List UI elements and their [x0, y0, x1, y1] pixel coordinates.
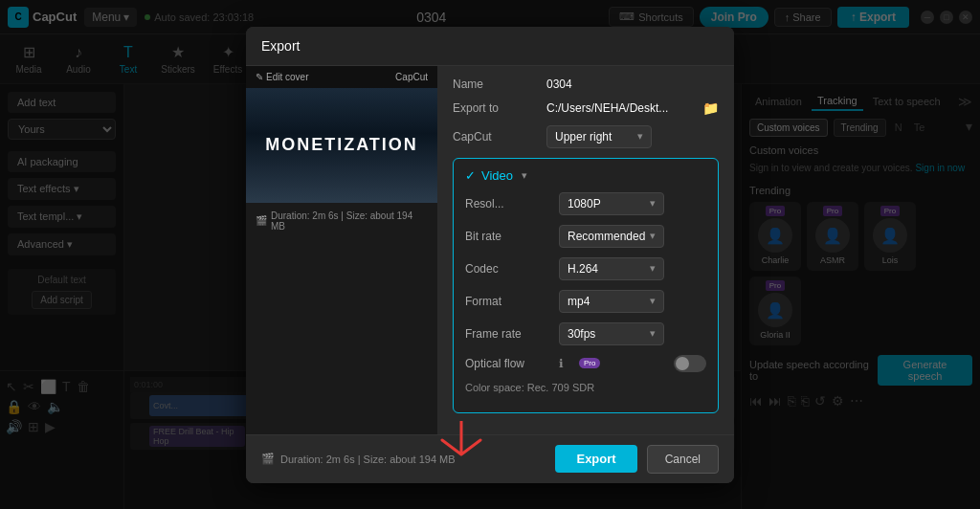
- name-label: Name: [453, 77, 539, 91]
- format-chevron-icon: ▾: [650, 295, 656, 307]
- optical-flow-info-icon[interactable]: ℹ: [559, 357, 564, 370]
- framerate-select[interactable]: 30fps ▾: [559, 322, 664, 345]
- codec-label: Codec: [465, 262, 551, 276]
- bitrate-value: Recommended: [568, 230, 645, 243]
- optical-flow-pro-badge: Pro: [579, 358, 600, 368]
- video-check-icon: ✓: [465, 168, 476, 183]
- edit-cover-label: Edit cover: [266, 72, 308, 82]
- cancel-modal-button[interactable]: Cancel: [647, 445, 719, 474]
- preview-edit-bar: ✎ Edit cover CapCut: [246, 66, 437, 88]
- framerate-chevron-icon: ▾: [650, 327, 656, 340]
- footer-duration-text: Duration: 2m 6s | Size: about 194 MB: [280, 454, 456, 465]
- resolution-row: Resol... 1080P ▾: [465, 192, 706, 215]
- codec-select[interactable]: H.264 ▾: [559, 257, 664, 280]
- modal-overlay: Export ✎ Edit cover CapCut MONETIZATION …: [0, 0, 980, 509]
- resolution-label: Resol...: [465, 197, 551, 210]
- codec-value: H.264: [568, 262, 598, 276]
- folder-icon[interactable]: 📁: [702, 100, 719, 116]
- capcut-watermark-label: CapCut: [395, 72, 428, 82]
- preview-duration-info: 🎬 Duration: 2m 6s | Size: about 194 MB: [246, 203, 437, 239]
- modal-body: ✎ Edit cover CapCut MONETIZATION 🎬 Durat…: [246, 66, 734, 434]
- codec-row: Codec H.264 ▾: [465, 257, 706, 280]
- video-settings-section: ✓ Video ▾ Resol... 1080P ▾ Bit r: [453, 158, 719, 413]
- resolution-select[interactable]: 1080P ▾: [559, 192, 664, 215]
- format-label: Format: [465, 295, 551, 308]
- film-icon: 🎬: [256, 215, 267, 226]
- optical-flow-label: Optical flow: [465, 357, 551, 370]
- format-value: mp4: [568, 295, 590, 308]
- export-to-value: C:/Users/NEHA/Deskt...: [546, 101, 695, 115]
- position-select[interactable]: Upper right ▾: [546, 125, 652, 148]
- modal-header: Export: [246, 27, 734, 66]
- export-to-label: Export to: [453, 101, 539, 115]
- modal-preview: ✎ Edit cover CapCut MONETIZATION 🎬 Durat…: [246, 66, 437, 434]
- export-modal-button[interactable]: Export: [555, 445, 636, 473]
- resolution-chevron-icon: ▾: [650, 197, 656, 210]
- preview-image: MONETIZATION: [246, 88, 437, 203]
- footer-info: 🎬 Duration: 2m 6s | Size: about 194 MB: [261, 453, 546, 465]
- export-modal: Export ✎ Edit cover CapCut MONETIZATION …: [246, 27, 734, 483]
- video-section-title: ✓ Video ▾: [465, 168, 706, 183]
- framerate-value: 30fps: [568, 327, 595, 341]
- preview-title-text: MONETIZATION: [265, 135, 418, 155]
- name-row: Name: [453, 77, 719, 91]
- format-row: Format mp4 ▾: [465, 290, 706, 313]
- position-chevron-icon: ▾: [637, 130, 643, 143]
- video-chevron-icon: ▾: [522, 169, 527, 182]
- modal-settings: Name Export to C:/Users/NEHA/Deskt... 📁 …: [437, 66, 734, 434]
- bitrate-chevron-icon: ▾: [650, 230, 656, 242]
- color-space-row: Color space: Rec. 709 SDR: [465, 382, 706, 393]
- optical-flow-row: Optical flow ℹ Pro: [465, 355, 706, 372]
- color-space-text: Color space: Rec. 709 SDR: [465, 382, 594, 393]
- bitrate-row: Bit rate Recommended ▾: [465, 225, 706, 248]
- video-label: Video: [481, 168, 513, 183]
- toggle-knob: [676, 357, 689, 370]
- capcut-row: CapCut Upper right ▾: [453, 125, 719, 148]
- capcut-label: CapCut: [453, 130, 539, 144]
- format-select[interactable]: mp4 ▾: [559, 290, 664, 313]
- resolution-value: 1080P: [568, 197, 601, 210]
- export-to-row: Export to C:/Users/NEHA/Deskt... 📁: [453, 100, 719, 116]
- edit-cover-link[interactable]: ✎ Edit cover: [256, 72, 308, 82]
- name-input[interactable]: [546, 77, 719, 91]
- duration-text: Duration: 2m 6s | Size: about 194 MB: [271, 210, 428, 232]
- edit-icon: ✎: [256, 72, 263, 82]
- optical-flow-toggle[interactable]: [674, 355, 706, 372]
- film-icon2: 🎬: [261, 453, 275, 465]
- framerate-label: Frame rate: [465, 327, 551, 341]
- modal-title: Export: [261, 38, 300, 54]
- framerate-row: Frame rate 30fps ▾: [465, 322, 706, 345]
- bitrate-select[interactable]: Recommended ▾: [559, 225, 664, 248]
- bitrate-label: Bit rate: [465, 230, 551, 243]
- codec-chevron-icon: ▾: [650, 262, 656, 275]
- modal-footer: 🎬 Duration: 2m 6s | Size: about 194 MB E…: [246, 434, 734, 483]
- position-value: Upper right: [555, 130, 612, 144]
